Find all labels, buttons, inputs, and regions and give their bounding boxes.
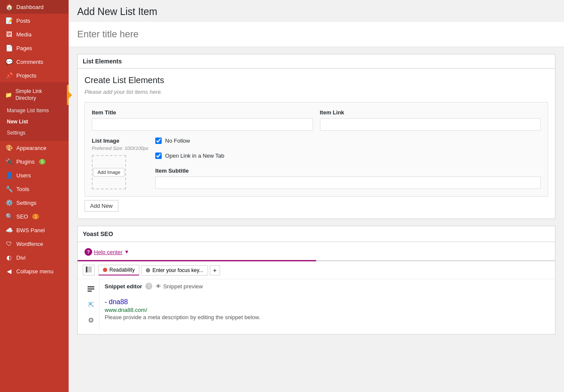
snippet-url: www.dna88.com/ (105, 307, 550, 313)
readability-tab[interactable]: Readability (98, 265, 139, 275)
content-area: List Elements Create List Elements Pleas… (69, 47, 564, 392)
sidebar-item-label: BWS Panel (16, 227, 45, 233)
item-subtitle-label: Item Subtitle (155, 168, 541, 174)
svg-rect-3 (87, 288, 94, 290)
eye-icon: 👁 (156, 283, 161, 290)
sidebar-item-media[interactable]: 🖼 Media (0, 27, 69, 41)
sidebar-item-settings[interactable]: ⚙️ Settings (0, 196, 69, 209)
item-link-label: Item Link (320, 109, 541, 116)
sidebar-item-divi[interactable]: ◐ Divi (0, 251, 69, 264)
add-image-button[interactable]: Add Image (93, 168, 124, 177)
focus-dot (146, 268, 150, 272)
yoast-dropdown-arrow: ▼ (124, 249, 129, 255)
submenu-settings[interactable]: Settings (0, 127, 69, 138)
snippet-editor-row: Snippet editor ? 👁 Snippet preview (105, 283, 550, 290)
image-upload-area[interactable]: Add Image (92, 155, 126, 189)
sidebar-item-projects[interactable]: 📌 Projects (0, 69, 69, 82)
sidebar-item-collapse[interactable]: ◀ Collapse menu (0, 264, 69, 278)
sidebar-item-posts[interactable]: 📝 Posts (0, 14, 69, 27)
add-new-button[interactable]: Add New (84, 200, 118, 212)
sidebar-item-label: Dashboard (16, 4, 44, 10)
sidebar-item-appearance[interactable]: 🎨 Appearance (0, 141, 69, 155)
yoast-help-center-link[interactable]: Help center (94, 249, 122, 255)
item-subtitle-group: Item Subtitle (155, 168, 541, 189)
sidebar-item-wordfence[interactable]: 🛡 Wordfence (0, 237, 69, 251)
item-subtitle-input[interactable] (155, 177, 541, 189)
sidebar-item-comments[interactable]: 💬 Comments (0, 55, 69, 69)
snippet-editor-label: Snippet editor (105, 283, 142, 290)
open-new-tab-checkbox[interactable] (155, 153, 162, 159)
sidebar-item-label: Appearance (16, 145, 46, 151)
submenu-new-list[interactable]: New List (0, 116, 69, 127)
active-arrow (69, 92, 72, 99)
sidebar-item-dashboard[interactable]: 🏠 Dashboard (0, 0, 69, 14)
item-title-group: Item Title (92, 109, 313, 131)
create-list-hint: Please add your list items here. (84, 89, 548, 95)
svg-rect-4 (87, 290, 92, 292)
sidebar-item-tools[interactable]: 🔧 Tools (0, 182, 69, 196)
focus-key-tab[interactable]: Enter your focus key... (141, 265, 208, 275)
collapse-icon: ◀ (5, 268, 13, 275)
sidebar-item-label: Collapse menu (16, 268, 54, 275)
sidebar-item-label: Tools (16, 186, 29, 192)
snippet-preview-text: Snippet preview (163, 283, 203, 290)
yoast-sidebar-toggle[interactable] (83, 265, 95, 275)
sidebar-item-label: Users (16, 172, 31, 179)
yoast-gear-icon[interactable]: ⚙ (84, 314, 97, 326)
yoast-share-icon[interactable]: ⇱ (84, 298, 97, 311)
create-list-title: Create List Elements (84, 75, 548, 85)
appearance-icon: 🎨 (5, 144, 13, 151)
sidebar-item-users[interactable]: 👤 Users (0, 168, 69, 182)
wordfence-icon: 🛡 (5, 240, 13, 247)
sidebar-item-label: Pages (16, 45, 32, 51)
readability-label: Readability (109, 267, 135, 273)
yoast-rows-icon[interactable] (84, 283, 97, 296)
list-element-row: Item Title Item Link List Image (84, 102, 548, 197)
no-follow-row: No Follow (155, 138, 541, 144)
no-follow-label: No Follow (165, 138, 190, 144)
yoast-seo-metabox: Yoast SEO ? Help center ▼ (77, 226, 555, 335)
sidebar-item-pages[interactable]: 📄 Pages (0, 41, 69, 55)
posts-icon: 📝 (5, 17, 13, 24)
list-elements-metabox: List Elements Create List Elements Pleas… (77, 54, 555, 219)
item-title-label: Item Title (92, 109, 313, 116)
item-link-group: Item Link (320, 109, 541, 131)
list-image-label: List Image (92, 138, 148, 144)
plugins-badge: 5 (39, 159, 46, 165)
title-link-row: Item Title Item Link (92, 109, 541, 131)
yoast-editor-section: Snippet editor ? 👁 Snippet preview - dna… (105, 279, 550, 330)
sidebar: 🏠 Dashboard 📝 Posts 🖼 Media 📄 Pages 💬 Co… (0, 0, 69, 392)
tools-icon: 🔧 (5, 186, 13, 192)
post-title-input[interactable] (77, 26, 555, 42)
yoast-plus-button[interactable]: + (210, 265, 220, 275)
sidebar-item-label: Comments (16, 59, 43, 65)
sidebar-item-label: Media (16, 31, 31, 38)
item-title-input[interactable] (92, 118, 313, 131)
submenu-manage-label: Manage List Items (7, 108, 49, 114)
yoast-seo-title: Yoast SEO (78, 226, 555, 242)
readability-dot (103, 268, 107, 272)
seo-badge: 1 (32, 214, 39, 219)
sidebar-item-label: Settings (16, 200, 36, 206)
simple-link-directory-item[interactable]: 📁 Simple Link Directory (0, 85, 69, 105)
page-header: Add New List Item (69, 0, 564, 22)
sidebar-item-seo[interactable]: 🔍 SEO 1 (0, 209, 69, 223)
sidebar-item-plugins[interactable]: 🔌 Plugins 5 (0, 155, 69, 168)
dashboard-icon: 🏠 (5, 3, 13, 10)
simple-link-icon: 📁 (5, 92, 12, 98)
yoast-help-icon: ? (84, 248, 92, 256)
sidebar-item-label: Projects (16, 72, 36, 79)
bws-icon: ☁️ (5, 227, 13, 233)
snippet-title: - dna88 (105, 298, 550, 306)
list-elements-title: List Elements (78, 54, 555, 69)
sidebar-item-bws-panel[interactable]: ☁️ BWS Panel (0, 223, 69, 237)
item-link-input[interactable] (320, 118, 541, 131)
right-options: No Follow Open Link in a New Tab Item Su… (155, 138, 541, 189)
no-follow-checkbox[interactable] (155, 138, 162, 144)
snippet-help-icon[interactable]: ? (145, 283, 152, 290)
users-icon: 👤 (5, 172, 13, 179)
yoast-tabs: Readability Enter your focus key... + (78, 261, 555, 279)
sidebar-item-label: SEO (16, 213, 28, 220)
submenu-manage-list-items[interactable]: Manage List Items (0, 105, 69, 116)
yoast-help-row: ? Help center ▼ (78, 246, 555, 260)
